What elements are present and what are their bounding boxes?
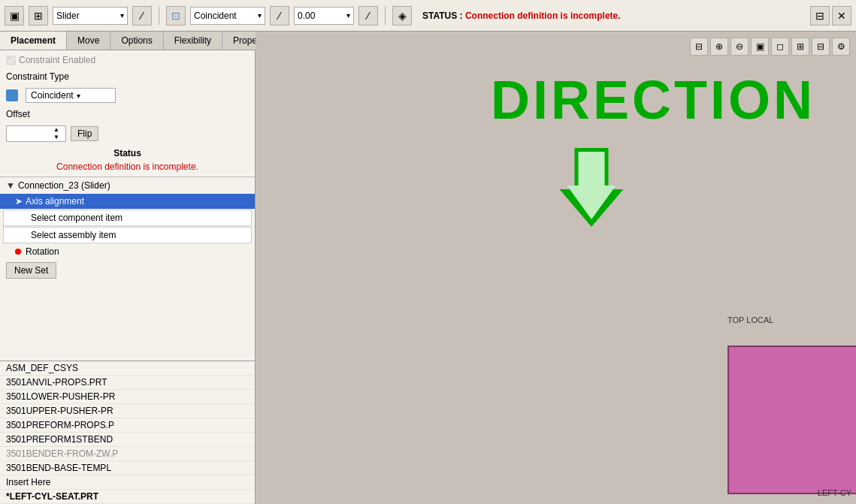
main-content: Placement Move Options Flexibility Prope… — [0, 32, 856, 504]
list-item-5[interactable]: 3501PREFORM1STBEND — [0, 433, 255, 447]
direction-arrow-svg — [560, 148, 624, 229]
offset-spinner[interactable]: ▲▼ — [52, 126, 61, 141]
status-bar: STATUS : Connection definition is incomp… — [416, 11, 806, 21]
vp-btn-grid[interactable]: ⊟ — [812, 38, 830, 56]
constraint-type-value: Coincident — [31, 90, 74, 101]
vp-btn-cube[interactable]: ◻ — [771, 38, 789, 56]
viewport-toolbar: ⊟ ⊕ ⊖ ▣ ◻ ⊞ ⊟ ⚙ — [690, 38, 850, 56]
select-component-label: Select component item — [31, 213, 123, 223]
flip-button[interactable]: Flip — [71, 126, 98, 141]
constraint-status-message: Connection definition is incomplete. — [6, 161, 249, 172]
offset-dropdown[interactable]: 0.00 — [294, 7, 354, 25]
toolbar-icon-1[interactable]: ▣ — [5, 6, 24, 26]
coincident-icon — [6, 89, 18, 101]
offset-display: 0.00 — [298, 11, 343, 21]
slider-label: Slider — [56, 11, 117, 21]
toolbar-icon-6[interactable]: ◈ — [392, 6, 412, 26]
toolbar-icon-4[interactable]: ∕ — [270, 6, 289, 26]
left-cy-label: LEFT-CY — [818, 488, 851, 497]
constraint-type-value-row: Coincident — [6, 88, 249, 103]
toolbar-right-2[interactable]: ✕ — [832, 6, 851, 26]
constraint-type-dropdown[interactable]: Coincident — [26, 88, 116, 103]
constraint-label: Coincident — [194, 11, 255, 21]
constraint-icon[interactable]: ⊡ — [166, 6, 186, 26]
top-toolbar: ▣ ⊞ Slider ∕ ⊡ Coincident ∕ 0.00 ∕ ◈ STA… — [0, 0, 856, 32]
axis-alignment-label: Axis alignment — [26, 196, 84, 207]
list-item-7[interactable]: 3501BEND-BASE-TEMPL — [0, 461, 255, 475]
list-item-9[interactable]: *LEFT-CYL-SEAT.PRT — [0, 490, 255, 504]
offset-input-row: 0.00 ▲▼ Flip — [6, 125, 249, 142]
tab-flexibility[interactable]: Flexibility — [164, 32, 222, 50]
viewport-svg — [849, 370, 856, 494]
rotation-label: Rotation — [26, 246, 59, 257]
list-item-8[interactable]: Insert Here — [0, 475, 255, 490]
select-assembly-label: Select assembly item — [31, 230, 116, 240]
toolbar-separator-2 — [385, 7, 386, 25]
tree-select-assembly[interactable]: Select assembly item — [3, 227, 252, 243]
vp-btn-zoom-in[interactable]: ⊕ — [710, 38, 728, 56]
toolbar-right-buttons: ⊟ ✕ — [810, 6, 851, 26]
constraint-enabled-checkbox[interactable] — [6, 56, 16, 65]
status-title: Status — [6, 148, 249, 158]
tree-axis-alignment[interactable]: ➤ Axis alignment — [0, 194, 255, 209]
tab-options[interactable]: Options — [110, 32, 163, 50]
vp-btn-layer[interactable]: ⊞ — [791, 38, 809, 56]
tree-connection: ▼ Connection_23 (Slider) — [0, 177, 255, 194]
toolbar-icon-5[interactable]: ∕ — [358, 6, 378, 26]
offset-input-group: 0.00 ▲▼ — [6, 125, 66, 142]
constraint-dropdown[interactable]: Coincident — [190, 7, 265, 25]
offset-label: Offset — [6, 109, 30, 119]
toolbar-icon-2[interactable]: ⊞ — [29, 6, 48, 26]
status-message: Connection definition is incomplete. — [465, 11, 621, 21]
new-set-button[interactable]: New Set — [6, 262, 56, 279]
list-item-1[interactable]: 3501ANVIL-PROPS.PRT — [0, 376, 255, 390]
top-local-label: TOP LOCAL — [727, 315, 773, 324]
tree-toggle[interactable]: ▼ — [6, 180, 15, 191]
constraint-enabled-label: Constraint Enabled — [19, 55, 95, 65]
vp-btn-zoom-out[interactable]: ⊖ — [730, 38, 749, 56]
bottom-list: ASM_DEF_CSYS 3501ANVIL-PROPS.PRT 3501LOW… — [0, 361, 255, 504]
list-item-3[interactable]: 3501UPPER-PUSHER-PR — [0, 404, 255, 418]
rotation-item: Rotation — [0, 244, 255, 259]
toolbar-right-1[interactable]: ⊟ — [810, 6, 830, 26]
constraint-type-label: Constraint Type — [6, 71, 69, 82]
right-panel: ⊟ ⊕ ⊖ ▣ ◻ ⊞ ⊟ ⚙ DIRECTION TOP LOCAL — [256, 32, 856, 504]
tab-move[interactable]: Move — [67, 32, 110, 50]
offset-field[interactable]: 0.00 — [7, 127, 52, 140]
list-item-4[interactable]: 3501PREFORM-PROPS.P — [0, 418, 255, 433]
list-item-0[interactable]: ASM_DEF_CSYS — [0, 361, 255, 376]
toolbar-separator-1 — [159, 7, 159, 25]
status-section: Status Connection definition is incomple… — [6, 148, 249, 172]
vp-btn-settings[interactable]: ⚙ — [832, 38, 850, 56]
red-dot-icon — [15, 249, 21, 255]
arrow-icon: ➤ — [15, 196, 23, 207]
list-item-2[interactable]: 3501LOWER-PUSHER-PR — [0, 390, 255, 404]
constraint-type-row: Constraint Type — [6, 71, 249, 82]
constraint-panel: Constraint Enabled Constraint Type Coinc… — [0, 50, 255, 177]
tree-select-component[interactable]: Select component item — [3, 210, 252, 226]
left-panel: Placement Move Options Flexibility Prope… — [0, 32, 256, 504]
list-item-6[interactable]: 3501BENDER-FROM-ZW.P — [0, 447, 255, 461]
status-prefix: STATUS : — [422, 11, 465, 21]
direction-text: DIRECTION — [491, 69, 815, 131]
tab-placement[interactable]: Placement — [0, 32, 67, 50]
tree-panel: ▼ Connection_23 (Slider) ➤ Axis alignmen… — [0, 177, 255, 361]
offset-row: Offset — [6, 109, 249, 119]
tabs: Placement Move Options Flexibility Prope… — [0, 32, 255, 50]
vp-btn-zoom-fit[interactable]: ⊟ — [690, 38, 708, 56]
vp-btn-frame[interactable]: ▣ — [751, 38, 769, 56]
constraint-enabled-row: Constraint Enabled — [6, 55, 249, 65]
toolbar-icon-3[interactable]: ∕ — [132, 6, 152, 26]
connection-label: Connection_23 (Slider) — [18, 180, 110, 191]
viewport-rectangle — [727, 346, 856, 494]
slider-dropdown[interactable]: Slider — [53, 7, 128, 25]
